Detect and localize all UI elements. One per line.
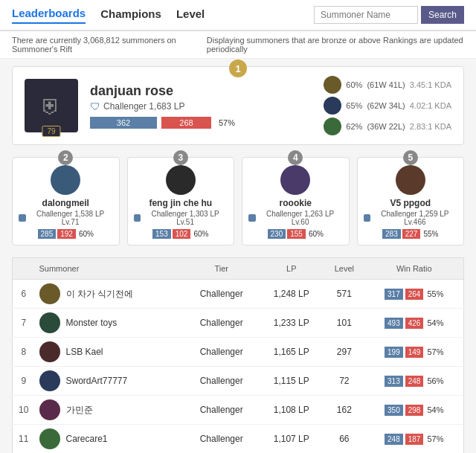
search-area: Search bbox=[314, 6, 464, 24]
cell-winratio-0: 317 264 55% bbox=[365, 280, 464, 309]
col-tier: Tier bbox=[184, 258, 259, 280]
wr-losses-1: 426 bbox=[405, 318, 424, 329]
col-rank bbox=[13, 258, 35, 280]
top25-bars-1: 153 102 60% bbox=[134, 229, 228, 239]
info-right: Displaying summoners that are bronze or … bbox=[207, 36, 464, 54]
wins-bar-0: 285 bbox=[38, 229, 57, 239]
wr-wins-1: 493 bbox=[385, 318, 403, 329]
wr-pct-2: 57% bbox=[427, 347, 443, 356]
top25-tier-2: Challenger 1,263 LP Lv.60 bbox=[248, 210, 343, 226]
champ-rec-1: (61W 41L) bbox=[367, 80, 405, 89]
wr-losses-2: 149 bbox=[405, 347, 424, 358]
top25-tier-text-2: Challenger 1,263 LP Lv.60 bbox=[258, 210, 343, 226]
top1-info: danjuan rose 🛡 Challenger 1,683 LP 362 2… bbox=[90, 83, 312, 129]
top1-name: danjuan rose bbox=[90, 83, 312, 99]
cell-level-2: 297 bbox=[324, 338, 364, 367]
search-input[interactable] bbox=[314, 6, 418, 24]
tier-icon-0 bbox=[19, 214, 26, 222]
wr-losses-4: 298 bbox=[405, 405, 424, 416]
winrate-1: 60% bbox=[193, 230, 208, 238]
summoner-icon-0 bbox=[39, 283, 60, 304]
top25-name-3: V5 ppgod bbox=[364, 198, 458, 208]
cell-level-0: 571 bbox=[324, 280, 364, 309]
losses-bar-2: 155 bbox=[287, 229, 306, 239]
info-left: There are currently 3,068,812 summoners … bbox=[12, 36, 207, 54]
tab-champions[interactable]: Champions bbox=[100, 7, 161, 23]
champ-kda-3: 2.83:1 KDA bbox=[410, 122, 451, 131]
top1-card: 1 ⛨ 79 danjuan rose 🛡 Challenger 1,683 L… bbox=[12, 66, 464, 145]
tab-leaderboards[interactable]: Leaderboards bbox=[12, 7, 86, 24]
cell-tier-4: Challenger bbox=[184, 396, 259, 425]
cell-summoner-1: Monster toys bbox=[35, 309, 184, 338]
cell-winratio-3: 313 248 56% bbox=[365, 367, 464, 396]
cell-winratio-5: 248 187 57% bbox=[365, 425, 464, 454]
top25-name-0: dalongmeil bbox=[19, 198, 113, 208]
cell-level-4: 162 bbox=[324, 396, 364, 425]
top25-bars-0: 285 192 60% bbox=[19, 229, 113, 239]
cell-summoner-0: 이 차가 식기전에 bbox=[35, 280, 184, 309]
cell-lp-4: 1,108 LP bbox=[259, 396, 324, 425]
summoner-name-4: 가민준 bbox=[66, 404, 93, 417]
cell-rank-1: 7 bbox=[13, 309, 35, 338]
top25-avatar-0 bbox=[51, 165, 80, 195]
table-section: Summoner Tier LP Level Win Ratio 6 이 차가 … bbox=[0, 253, 476, 453]
tier-icon-3 bbox=[364, 214, 370, 222]
champ-rec-3: (36W 22L) bbox=[367, 122, 405, 131]
cell-summoner-2: LSB Kael bbox=[35, 338, 184, 367]
cell-summoner-4: 가민준 bbox=[35, 396, 184, 425]
rank-badge-3: 3 bbox=[173, 150, 188, 165]
col-lp: LP bbox=[259, 258, 324, 280]
summoner-icon-4 bbox=[39, 399, 60, 420]
top25-card-1: 3 feng jin che hu Challenger 1,303 LP Lv… bbox=[127, 157, 235, 245]
tab-level[interactable]: Level bbox=[176, 7, 205, 23]
champ-pct-2: 65% bbox=[346, 101, 362, 110]
summoner-name-3: SwordArt77777 bbox=[66, 376, 128, 386]
losses-bar-0: 192 bbox=[57, 229, 76, 239]
col-winratio: Win Ratio bbox=[365, 258, 464, 280]
winrate-0: 60% bbox=[79, 230, 94, 238]
cell-level-1: 101 bbox=[324, 309, 364, 338]
wr-losses-5: 187 bbox=[405, 434, 424, 445]
champ-icon-1 bbox=[324, 76, 341, 94]
table-row: 11 Carecare1 Challenger 1,107 LP 66 248 … bbox=[13, 425, 464, 454]
top1-section: 1 ⛨ 79 danjuan rose 🛡 Challenger 1,683 L… bbox=[0, 59, 476, 152]
top25-tier-0: Challenger 1,538 LP Lv.71 bbox=[19, 210, 113, 226]
wr-wins-4: 350 bbox=[385, 405, 403, 416]
cell-tier-3: Challenger bbox=[184, 367, 259, 396]
winrate-2: 60% bbox=[309, 230, 324, 238]
wr-losses-3: 248 bbox=[405, 376, 424, 387]
col-level: Level bbox=[324, 258, 364, 280]
wr-wins-5: 248 bbox=[385, 434, 403, 445]
top1-avatar-icon: ⛨ bbox=[41, 94, 62, 118]
top1-losses-bar: 268 bbox=[161, 117, 211, 129]
champ-pct-1: 60% bbox=[346, 80, 362, 89]
champ-icon-2 bbox=[324, 97, 341, 115]
summoner-icon-5 bbox=[39, 428, 60, 449]
champ-icon-3 bbox=[324, 118, 341, 135]
summoner-icon-1 bbox=[39, 312, 60, 333]
top1-avatar: ⛨ 79 bbox=[25, 79, 78, 132]
cell-winratio-2: 199 149 57% bbox=[365, 338, 464, 367]
summoner-name-0: 이 차가 식기전에 bbox=[66, 288, 134, 301]
table-row: 9 SwordArt77777 Challenger 1,115 LP 72 3… bbox=[13, 367, 464, 396]
winrate-3: 55% bbox=[423, 230, 438, 238]
cell-tier-0: Challenger bbox=[184, 280, 259, 309]
champ-pct-3: 62% bbox=[346, 122, 362, 131]
top25-avatar-3 bbox=[396, 165, 425, 195]
wins-bar-3: 283 bbox=[382, 229, 401, 239]
wr-wins-0: 317 bbox=[385, 289, 403, 300]
top25-tier-text-1: Challenger 1,303 LP Lv.51 bbox=[143, 210, 228, 226]
top1-tier-text: Challenger 1,683 LP bbox=[103, 101, 184, 112]
search-button[interactable]: Search bbox=[421, 6, 464, 24]
top1-bar-row: 362 268 57% bbox=[90, 117, 312, 129]
top1-champ-2: 65% (62W 34L) 4.02:1 KDA bbox=[324, 97, 451, 115]
tier-icon-2 bbox=[248, 214, 256, 222]
cell-lp-1: 1,233 LP bbox=[259, 309, 324, 338]
champ-kda-1: 3.45:1 KDA bbox=[410, 80, 451, 89]
summoner-name-1: Monster toys bbox=[66, 318, 118, 328]
rank-badge-2: 2 bbox=[58, 150, 73, 165]
top1-champ-1: 60% (61W 41L) 3.45:1 KDA bbox=[324, 76, 451, 94]
cell-summoner-3: SwordArt77777 bbox=[35, 367, 184, 396]
champ-kda-2: 4.02:1 KDA bbox=[410, 101, 451, 110]
cell-level-3: 72 bbox=[324, 367, 364, 396]
